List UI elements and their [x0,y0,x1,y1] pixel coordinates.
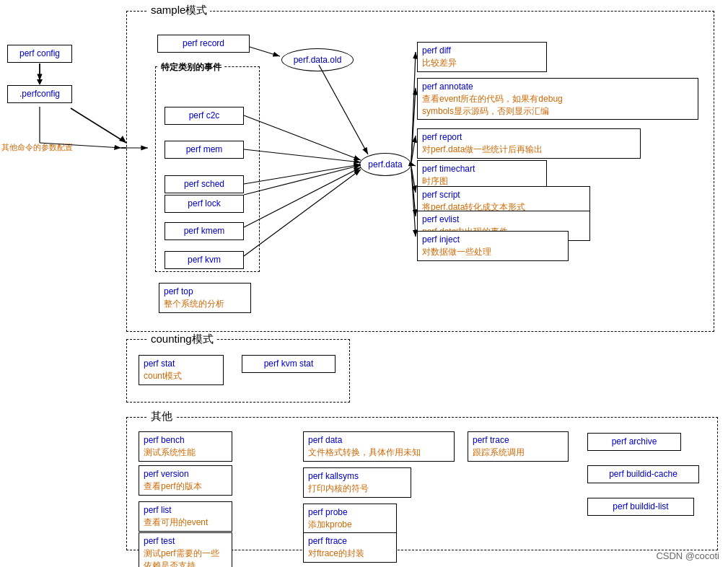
perf-bench-desc: 测试系统性能 [144,447,196,457]
perf-annotate-desc: 查看event所在的代码，如果有debugsymbols显示源码，否则显示汇编 [422,94,563,116]
perf-lock-box: perf lock [165,195,244,213]
perf-stat-label: perf stat [144,359,175,369]
perf-kvm-box: perf kvm [165,251,244,269]
perf-sched-label: perf sched [184,179,224,189]
perf-list-box: perf list 查看可用的event [139,501,232,532]
svg-marker-3 [119,136,126,143]
perf-kallsyms-box: perf kallsyms 打印内核的符号 [303,467,411,498]
perf-kvm-stat-label: perf kvm stat [264,359,314,369]
perf-test-box: perf test 测试perf需要的一些依赖是否支持 [139,532,232,567]
perf-annotate-box: perf annotate 查看event所在的代码，如果有debugsymbo… [417,78,698,120]
perf-probe-box: perf probe 添加kprobe [303,504,397,534]
perf-inject-desc: 对数据做一些处理 [422,247,491,257]
perf-buildid-cache-box: perf buildid-cache [587,465,699,483]
perf-kmem-box: perf kmem [165,222,244,240]
perf-data-ellipse: perf.data [359,153,411,176]
perf-kvm-stat-box: perf kvm stat [242,355,336,373]
perf-mem-box: perf mem [165,141,244,159]
perf-inject-title: perf inject [422,234,460,245]
perf-ftrace-box: perf ftrace 对ftrace的封装 [303,532,397,563]
perf-data-old-ellipse: perf.data.old [281,48,354,71]
perf-buildid-list-box: perf buildid-list [587,498,694,516]
perf-buildid-list-label: perf buildid-list [613,501,668,511]
perf-probe-title: perf probe [308,507,348,517]
perf-diff-title: perf diff [422,45,451,56]
perf-c2c-label: perf c2c [189,110,220,120]
perf-timechart-desc: 时序图 [422,176,448,186]
perf-script-title: perf script [422,190,460,200]
other-title: 其他 [148,410,175,423]
svg-marker-1 [37,79,43,85]
perf-data-desc: 文件格式转换，具体作用未知 [308,447,421,457]
perf-data-label: perf.data [368,159,402,170]
perf-archive-label: perf archive [612,436,657,447]
perf-stat-desc: count模式 [144,371,182,381]
perf-sched-box: perf sched [165,175,244,193]
perf-data-old-label: perf.data.old [294,55,342,65]
perf-report-title: perf report [422,132,462,142]
perf-timechart-title: perf timechart [422,164,475,174]
perf-bench-box: perf bench 测试系统性能 [139,431,232,462]
perf-report-desc: 对perf.data做一些统计后再输出 [422,144,543,154]
perf-report-box: perf report 对perf.data做一些统计后再输出 [417,128,641,159]
perf-c2c-box: perf c2c [165,107,244,125]
perf-buildid-cache-label: perf buildid-cache [609,469,677,479]
diagram-container: perf config .perfconfig 其他命令的参数配置 sample… [0,0,728,567]
perf-ftrace-desc: 对ftrace的封装 [308,548,364,558]
perf-annotate-title: perf annotate [422,82,473,92]
perf-probe-desc: 添加kprobe [308,519,352,529]
special-events-title: 特定类别的事件 [159,61,224,74]
perf-version-title: perf version [144,469,189,479]
perf-kallsyms-desc: 打印内核的符号 [308,483,369,493]
perfconfig-label: .perfconfig [19,89,60,99]
perf-test-title: perf test [144,536,175,546]
perf-trace-title: perf trace [473,435,509,445]
perf-ftrace-title: perf ftrace [308,536,347,546]
perf-kvm-label: perf kvm [188,255,221,265]
svg-line-2 [71,108,126,143]
perf-lock-label: perf lock [188,198,220,208]
perf-archive-box: perf archive [587,433,681,451]
perf-mem-label: perf mem [186,144,223,154]
perf-config-label: perf config [19,48,60,58]
perf-kallsyms-title: perf kallsyms [308,471,359,481]
perf-data-title: perf data [308,435,342,445]
other-params-label: 其他命令的参数配置 [1,142,73,153]
perf-evlist-title: perf evlist [422,214,459,224]
perf-record-label: perf record [183,38,224,48]
counting-title: counting模式 [148,333,216,346]
perf-test-desc: 测试perf需要的一些依赖是否支持 [144,548,219,567]
perf-trace-desc: 跟踪系统调用 [473,447,525,457]
perf-version-desc: 查看perf的版本 [144,481,202,491]
sample-title: sample模式 [148,4,210,17]
perf-bench-title: perf bench [144,435,185,445]
perf-top-box: perf top 整个系统的分析 [159,283,251,313]
special-events-section [155,66,260,272]
perf-stat-box: perf stat count模式 [139,355,224,385]
perf-inject-box: perf inject 对数据做一些处理 [417,231,569,261]
perf-list-title: perf list [144,505,172,515]
perfconfig-box: .perfconfig [7,85,72,103]
perf-diff-desc: 比较差异 [422,58,457,68]
watermark: CSDN @cocoti [656,550,719,561]
perf-version-box: perf version 查看perf的版本 [139,465,232,496]
perf-record-box: perf record [157,35,250,53]
perf-trace-box: perf trace 跟踪系统调用 [468,431,569,462]
perf-diff-box: perf diff 比较差异 [417,42,547,72]
perf-list-desc: 查看可用的event [144,517,208,527]
perf-kmem-label: perf kmem [184,226,225,236]
perf-top-desc: 整个系统的分析 [164,299,224,309]
perf-config-box: perf config [7,45,72,63]
perf-data-box: perf data 文件格式转换，具体作用未知 [303,431,455,462]
perf-top-label: perf top [164,286,193,296]
